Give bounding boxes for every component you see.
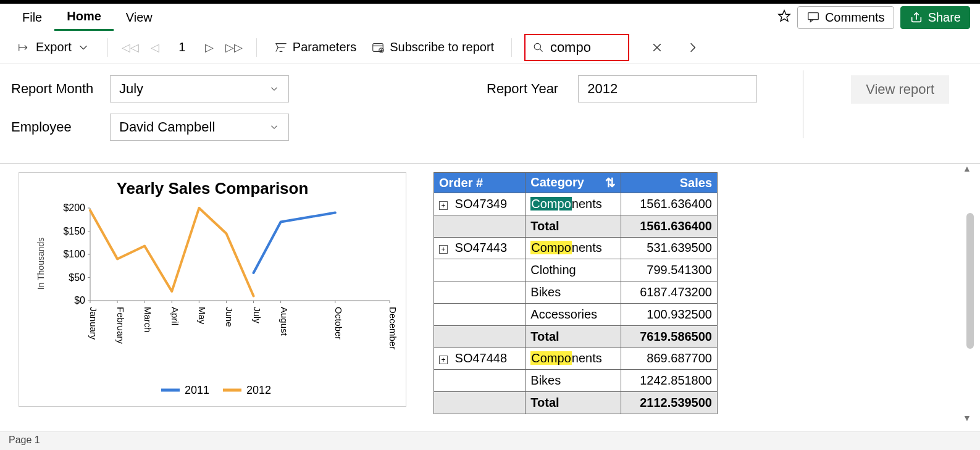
export-label: Export [36,40,72,54]
expand-icon[interactable]: + [439,245,448,254]
prev-page-button[interactable]: ◁ [145,41,165,54]
category-cell: Clothing [526,259,621,281]
subscribe-label: Subscribe to report [390,40,494,54]
svg-rect-1 [808,13,819,20]
category-cell: Components [526,193,621,215]
scroll-thumb[interactable] [966,213,974,349]
order-cell [434,281,526,304]
tab-view[interactable]: View [114,4,165,31]
toolbar: Export ◁◁ ◁ ▷ ▷▷ Parameters Subscribe to… [0,31,980,64]
category-cell: Components [526,237,621,259]
sales-cell: 1242.851800 [621,370,717,392]
report-body: Yearly Sales Comparison In Thousands$0$5… [0,164,980,423]
svg-text:August: August [279,307,290,336]
order-cell: + SO47443 [434,237,526,259]
parameters-button[interactable]: Parameters [269,38,361,57]
month-dropdown[interactable]: July [110,75,289,102]
clear-search-button[interactable] [649,40,665,56]
sales-cell: 799.541300 [621,259,717,281]
sales-cell: 1561.636400 [621,193,717,215]
expand-icon[interactable]: + [439,201,448,210]
comments-label: Comments [825,10,885,25]
col-order[interactable]: Order # [434,173,526,193]
order-cell [434,392,526,414]
status-bar: Page 1 [0,431,980,450]
chart-title: Yearly Sales Comparison [19,179,406,198]
svg-text:In Thousands: In Thousands [36,238,46,290]
total-value: 7619.586500 [621,325,717,348]
parameters-panel: Report Month July Report Year Employee D… [0,64,980,164]
view-report-button[interactable]: View report [851,75,949,104]
category-cell: Bikes [526,370,621,392]
first-page-button[interactable]: ◁◁ [120,41,140,54]
svg-text:July: July [252,307,262,323]
category-cell: Bikes [526,281,621,304]
tab-home[interactable]: Home [54,4,114,31]
year-label: Report Year [487,81,558,97]
comments-button[interactable]: Comments [797,6,894,29]
col-sales[interactable]: Sales [621,173,717,193]
svg-text:October: October [333,307,344,340]
total-label: Total [526,325,621,348]
month-value: July [119,81,143,97]
menu-bar: File Home View Comments Share [0,0,980,31]
orders-table: Order # Category⇅ Sales + SO47349Compone… [433,172,718,414]
share-button[interactable]: Share [900,6,970,29]
sales-cell: 869.687700 [621,348,717,370]
col-category[interactable]: Category⇅ [526,173,621,193]
export-button[interactable]: Export [12,38,95,57]
scrollbar[interactable]: ▲ ▼ [963,164,975,423]
svg-point-4 [534,43,540,49]
separator [256,38,257,57]
scroll-down-icon[interactable]: ▼ [963,413,971,423]
search-box[interactable] [524,34,629,61]
svg-text:$100: $100 [63,249,85,259]
find-next-button[interactable] [685,40,701,56]
svg-text:June: June [224,307,235,327]
svg-text:May: May [197,307,207,325]
next-page-button[interactable]: ▷ [199,41,219,54]
svg-text:March: March [143,307,153,333]
total-label: Total [526,392,621,414]
category-cell: Accessories [526,303,621,325]
employee-dropdown[interactable]: David Campbell [110,114,289,141]
parameters-label: Parameters [293,40,356,54]
page-indicator: Page 1 [9,435,40,445]
tab-file[interactable]: File [10,4,54,31]
svg-text:2012: 2012 [246,384,271,396]
expand-icon[interactable]: + [439,356,448,364]
subscribe-button[interactable]: Subscribe to report [366,38,499,57]
month-label: Report Month [11,81,98,97]
order-cell [434,215,526,237]
page-number-input[interactable] [170,40,195,54]
svg-text:$200: $200 [63,202,85,213]
separator [511,38,512,57]
employee-label: Employee [11,119,98,135]
sales-cell: 6187.473200 [621,281,717,304]
order-cell [434,259,526,281]
sales-cell: 531.639500 [621,237,717,259]
favorite-icon[interactable] [777,9,791,25]
chevron-down-icon [269,83,280,94]
scroll-up-icon[interactable]: ▲ [963,164,971,173]
employee-value: David Campbell [119,119,215,135]
chevron-down-icon [269,122,280,133]
order-cell: + SO47448 [434,348,526,370]
svg-text:$150: $150 [63,226,85,236]
order-cell: + SO47349 [434,193,526,215]
year-input[interactable] [578,75,757,102]
svg-line-5 [540,49,542,51]
svg-text:January: January [88,307,99,340]
pager: ◁◁ ◁ ▷ ▷▷ [120,40,244,54]
order-cell [434,370,526,392]
chart-container: Yearly Sales Comparison In Thousands$0$5… [19,172,406,407]
svg-text:2011: 2011 [185,384,209,396]
svg-text:December: December [388,307,398,349]
chevron-down-icon [77,41,90,54]
category-cell: Components [526,348,621,370]
chart: In Thousands$0$50$100$150$200JanuaryFebr… [19,202,402,406]
search-input[interactable] [550,40,621,56]
svg-marker-0 [779,10,790,21]
last-page-button[interactable]: ▷▷ [224,41,244,54]
sort-icon[interactable]: ⇅ [605,175,616,190]
